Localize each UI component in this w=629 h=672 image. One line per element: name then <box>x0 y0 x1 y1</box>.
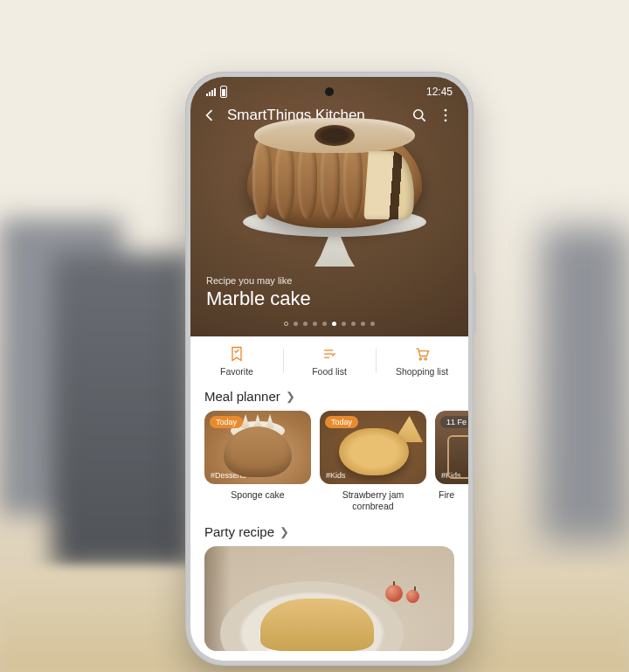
party-recipe-card[interactable] <box>204 546 454 651</box>
status-time: 12:45 <box>426 86 453 98</box>
svg-point-4 <box>445 120 447 122</box>
recipe-thumb: Today #Kids <box>320 411 426 484</box>
party-recipe-label: Party recipe <box>204 524 274 539</box>
foodlist-label: Food list <box>312 366 347 377</box>
hero-banner[interactable]: 12:45 SmartThings Kitchen <box>190 77 468 336</box>
hero-subtitle: Recipe you may like <box>206 275 311 286</box>
front-camera <box>325 87 334 96</box>
recipe-tag: #Kids <box>326 471 346 480</box>
bookmark-icon <box>227 345 246 363</box>
list-icon <box>320 345 339 363</box>
svg-point-3 <box>445 114 447 117</box>
bg-kitchen <box>52 253 192 568</box>
recipe-thumb: Today #Desserts <box>204 411 311 484</box>
foodlist-button[interactable]: Food list <box>283 345 376 377</box>
favorite-button[interactable]: Favorite <box>190 345 283 377</box>
recipe-tag: #Desserts <box>211 471 246 480</box>
chevron-right-icon: ❯ <box>280 525 289 538</box>
chevron-right-icon: ❯ <box>286 390 295 403</box>
recipe-caption: Strawberry jam cornbread <box>320 484 426 512</box>
party-recipe-heading[interactable]: Party recipe ❯ <box>190 512 468 546</box>
meal-planner-heading[interactable]: Meal planner ❯ <box>190 384 468 411</box>
phone-frame: 12:45 SmartThings Kitchen <box>185 72 473 666</box>
phone-screen: 12:45 SmartThings Kitchen <box>190 77 468 661</box>
hero-image <box>225 121 444 267</box>
carousel-dots[interactable] <box>190 322 468 326</box>
bg-kitchen <box>542 227 629 542</box>
quick-actions: Favorite Food list Shopping list <box>190 336 468 384</box>
recipe-card[interactable]: Today #Kids Strawberry jam cornbread <box>320 411 426 512</box>
recipe-caption: Sponge cake <box>204 484 311 510</box>
badge-today: Today <box>210 416 243 428</box>
svg-point-2 <box>445 109 447 112</box>
shopping-button[interactable]: Shopping list <box>376 345 468 377</box>
party-recipe-image <box>385 585 419 603</box>
signal-icon <box>206 87 217 96</box>
stage: 12:45 SmartThings Kitchen <box>0 0 629 672</box>
battery-icon <box>220 86 227 98</box>
badge-date: 11 Fe <box>440 416 468 428</box>
recipe-tag: #Kids <box>441 471 461 480</box>
recipe-card[interactable]: 11 Fe #Kids Fire <box>435 411 468 512</box>
svg-point-9 <box>425 358 426 360</box>
svg-point-8 <box>419 358 421 360</box>
hero-title: Marble cake <box>206 288 311 310</box>
badge-today: Today <box>325 416 358 428</box>
party-recipe-image <box>260 599 374 651</box>
cart-icon <box>412 345 432 363</box>
recipe-thumb: 11 Fe #Kids <box>435 411 468 484</box>
back-icon[interactable] <box>201 107 218 124</box>
phone-side-button <box>473 273 476 334</box>
meal-planner-label: Meal planner <box>204 389 280 404</box>
svg-point-0 <box>414 110 423 119</box>
favorite-label: Favorite <box>220 366 253 377</box>
recipe-caption: Fire <box>435 484 468 510</box>
meal-planner-list[interactable]: Today #Desserts Sponge cake Today #Kids … <box>190 411 468 512</box>
recipe-card[interactable]: Today #Desserts Sponge cake <box>204 411 311 512</box>
shopping-label: Shopping list <box>396 366 448 377</box>
